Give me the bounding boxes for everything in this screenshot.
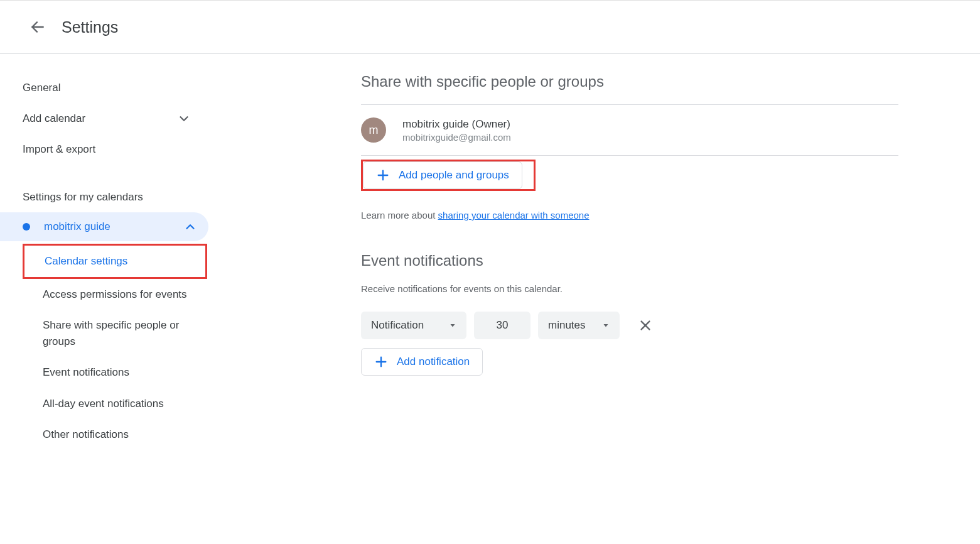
- plus-icon: [376, 168, 390, 182]
- sidebar-sub-access-permissions[interactable]: Access permissions for events: [0, 279, 213, 310]
- add-people-button[interactable]: Add people and groups: [363, 161, 522, 189]
- sidebar-item-label: Add calendar: [23, 112, 85, 125]
- person-name: mobitrix guide (Owner): [402, 118, 511, 131]
- arrow-left-icon: [30, 19, 46, 35]
- chevron-up-icon: [183, 220, 197, 234]
- sidebar-heading-my-calendars: Settings for my calendars: [0, 182, 213, 212]
- share-person-row: m mobitrix guide (Owner) mobitrixguide@g…: [361, 105, 898, 155]
- notification-row: Notification 30 minutes: [361, 312, 898, 339]
- sidebar-sub-allday-notifications[interactable]: All-day event notifications: [0, 388, 213, 420]
- main-content: Share with specific people or groups m m…: [213, 54, 980, 543]
- select-value: minutes: [548, 319, 586, 332]
- add-notification-label: Add notification: [397, 356, 470, 368]
- add-people-label: Add people and groups: [399, 169, 509, 182]
- calendar-name-label: mobitrix guide: [44, 220, 183, 233]
- sidebar-item-add-calendar[interactable]: Add calendar: [0, 103, 213, 134]
- sidebar-sub-event-notifications[interactable]: Event notifications: [0, 357, 213, 388]
- calendar-color-dot: [23, 223, 30, 231]
- sidebar: General Add calendar Import & export Set…: [0, 54, 213, 543]
- dropdown-icon: [602, 322, 610, 329]
- sidebar-item-import-export[interactable]: Import & export: [0, 134, 213, 165]
- sidebar-calendar-mobitrix[interactable]: mobitrix guide: [0, 212, 208, 241]
- settings-header: Settings: [0, 1, 980, 54]
- sidebar-item-label: General: [23, 82, 60, 94]
- svg-marker-4: [604, 324, 608, 327]
- notification-amount-input[interactable]: 30: [474, 312, 530, 339]
- amount-value: 30: [497, 319, 509, 332]
- add-people-highlight: Add people and groups: [361, 160, 536, 191]
- learn-more-link[interactable]: sharing your calendar with someone: [438, 210, 590, 220]
- sidebar-item-label: Import & export: [23, 143, 95, 156]
- event-notifications-title: Event notifications: [361, 252, 898, 269]
- sidebar-item-general[interactable]: General: [0, 73, 213, 103]
- person-email: mobitrixguide@gmail.com: [402, 132, 511, 143]
- select-value: Notification: [371, 319, 424, 332]
- dropdown-icon: [449, 322, 456, 329]
- notification-unit-select[interactable]: minutes: [538, 312, 620, 339]
- share-section-title: Share with specific people or groups: [361, 73, 898, 90]
- sidebar-sub-share-specific[interactable]: Share with specific people or groups: [0, 310, 213, 357]
- close-icon: [638, 318, 652, 332]
- svg-marker-3: [451, 324, 455, 327]
- page-title: Settings: [62, 18, 118, 36]
- add-notification-button[interactable]: Add notification: [361, 348, 483, 376]
- back-button[interactable]: [25, 14, 50, 40]
- notification-method-select[interactable]: Notification: [361, 312, 466, 339]
- sidebar-sub-calendar-settings[interactable]: Calendar settings: [23, 244, 207, 279]
- avatar: m: [361, 117, 386, 143]
- remove-notification-button[interactable]: [635, 315, 656, 336]
- sidebar-sub-other-notifications[interactable]: Other notifications: [0, 419, 213, 450]
- plus-icon: [374, 355, 388, 369]
- event-notifications-subtitle: Receive notifications for events on this…: [361, 283, 898, 294]
- learn-more-text: Learn more about sharing your calendar w…: [361, 210, 898, 220]
- chevron-down-icon: [177, 112, 191, 126]
